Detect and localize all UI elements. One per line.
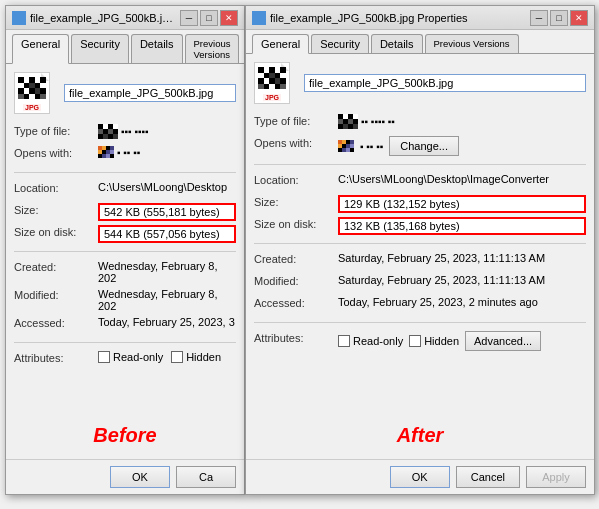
after-modified-row: Modified: Saturday, February 25, 2023, 1…	[254, 274, 586, 292]
before-type-label: Type of file:	[14, 124, 94, 137]
after-size-disk-value: 132 KB (135,168 bytes)	[338, 217, 586, 235]
after-minimize-button[interactable]: ─	[530, 10, 548, 26]
after-hidden-item: Hidden	[409, 335, 459, 347]
after-change-button[interactable]: Change...	[389, 136, 459, 156]
before-modified-row: Modified: Wednesday, February 8, 202	[14, 288, 236, 312]
before-size-disk-value: 544 KB (557,056 bytes)	[98, 225, 236, 243]
before-hidden-checkbox[interactable]	[171, 351, 183, 363]
after-readonly-checkbox[interactable]	[338, 335, 350, 347]
before-size-label: Size:	[14, 203, 94, 216]
after-created-value: Saturday, February 25, 2023, 11:11:13 AM	[338, 252, 586, 264]
before-divider-1	[14, 172, 236, 173]
after-location-value: C:\Users\MLoong\Desktop\ImageConverter	[338, 173, 586, 185]
before-title-controls: ─ □ ✕	[180, 10, 238, 26]
after-created-row: Created: Saturday, February 25, 2023, 11…	[254, 252, 586, 270]
before-accessed-label: Accessed:	[14, 316, 94, 329]
after-file-header: JPG	[254, 62, 586, 104]
before-cancel-button[interactable]: Ca	[176, 466, 236, 488]
before-readonly-item: Read-only	[98, 351, 163, 363]
before-type-row: Type of file: ▪▪▪ ▪▪▪▪	[14, 124, 236, 142]
before-divider-3	[14, 342, 236, 343]
before-attrs-controls: Read-only Hidden	[98, 351, 221, 363]
before-type-value: ▪▪▪ ▪▪▪▪	[98, 124, 149, 139]
before-filename-input[interactable]	[64, 84, 236, 102]
after-accessed-value: Today, February 25, 2023, 2 minutes ago	[338, 296, 586, 308]
after-divider-2	[254, 243, 586, 244]
before-size-value: 542 KB (555,181 bytes)	[98, 203, 236, 221]
before-hidden-item: Hidden	[171, 351, 221, 363]
after-hidden-label: Hidden	[424, 335, 459, 347]
after-advanced-button[interactable]: Advanced...	[465, 331, 541, 351]
before-overlay-label: Before	[14, 424, 236, 447]
after-type-label: Type of file:	[254, 114, 334, 127]
after-tab-bar: General Security Details Previous Versio…	[246, 30, 594, 53]
before-tab-previous-versions[interactable]: Previous Versions	[185, 34, 240, 63]
after-file-icon: JPG	[254, 62, 296, 104]
after-readonly-item: Read-only	[338, 335, 403, 347]
after-modified-label: Modified:	[254, 274, 334, 287]
after-title-text: file_example_JPG_500kB.jpg Properties	[270, 12, 526, 24]
after-location-label: Location:	[254, 173, 334, 186]
after-size-label: Size:	[254, 195, 334, 208]
after-hidden-checkbox[interactable]	[409, 335, 421, 347]
before-title-bar: file_example_JPG_500kB.jpg Properties ─ …	[6, 6, 244, 30]
after-type-value: ▪▪ ▪▪▪▪ ▪▪	[338, 114, 395, 129]
after-accessed-row: Accessed: Today, February 25, 2023, 2 mi…	[254, 296, 586, 314]
before-title-text: file_example_JPG_500kB.jpg Properties	[30, 12, 176, 24]
before-created-value: Wednesday, February 8, 202	[98, 260, 236, 284]
before-location-row: Location: C:\Users\MLoong\Desktop	[14, 181, 236, 199]
after-filename-input[interactable]	[304, 74, 586, 92]
after-attrs-row: Attributes: Read-only Hidden Advanced...	[254, 331, 586, 351]
before-location-label: Location:	[14, 181, 94, 194]
before-hidden-label: Hidden	[186, 351, 221, 363]
before-dialog: file_example_JPG_500kB.jpg Properties ─ …	[5, 5, 245, 495]
before-ok-button[interactable]: OK	[110, 466, 170, 488]
after-size-disk-row: Size on disk: 132 KB (135,168 bytes)	[254, 217, 586, 235]
before-attrs-label: Attributes:	[14, 351, 94, 364]
before-tab-details[interactable]: Details	[131, 34, 183, 63]
after-cancel-button[interactable]: Cancel	[456, 466, 520, 488]
before-attrs-row: Attributes: Read-only Hidden	[14, 351, 236, 369]
before-tab-security[interactable]: Security	[71, 34, 129, 63]
before-readonly-checkbox[interactable]	[98, 351, 110, 363]
before-tab-general[interactable]: General	[12, 34, 69, 64]
before-minimize-button[interactable]: ─	[180, 10, 198, 26]
after-apply-button[interactable]: Apply	[526, 466, 586, 488]
before-modified-label: Modified:	[14, 288, 94, 301]
after-overlay-label: After	[254, 424, 586, 447]
before-maximize-button[interactable]: □	[200, 10, 218, 26]
before-size-disk-row: Size on disk: 544 KB (557,056 bytes)	[14, 225, 236, 243]
before-size-row: Size: 542 KB (555,181 bytes)	[14, 203, 236, 221]
after-tab-previous-versions[interactable]: Previous Versions	[425, 34, 519, 53]
before-file-icon: JPG	[14, 72, 56, 114]
after-ok-button[interactable]: OK	[390, 466, 450, 488]
after-opens-value-row: ▪ ▪▪ ▪▪ Change...	[338, 136, 586, 156]
after-title-bar: file_example_JPG_500kB.jpg Properties ─ …	[246, 6, 594, 30]
after-maximize-button[interactable]: □	[550, 10, 568, 26]
after-opens-row: Opens with: ▪ ▪▪ ▪▪ Change...	[254, 136, 586, 156]
after-size-row: Size: 129 KB (132,152 bytes)	[254, 195, 586, 213]
after-tab-general[interactable]: General	[252, 34, 309, 54]
before-tab-content: JPG Type of file: ▪▪▪ ▪▪▪▪ Opens with:	[6, 63, 244, 459]
before-close-button[interactable]: ✕	[220, 10, 238, 26]
before-divider-2	[14, 251, 236, 252]
after-title-controls: ─ □ ✕	[530, 10, 588, 26]
before-accessed-row: Accessed: Today, February 25, 2023, 3	[14, 316, 236, 334]
before-opens-value: ▪ ▪▪ ▪▪	[98, 146, 140, 158]
after-tab-details[interactable]: Details	[371, 34, 423, 53]
before-type-text: ▪▪▪ ▪▪▪▪	[121, 126, 149, 137]
after-opens-text: ▪ ▪▪ ▪▪	[360, 141, 383, 152]
after-divider-1	[254, 164, 586, 165]
after-tab-security[interactable]: Security	[311, 34, 369, 53]
before-opens-label: Opens with:	[14, 146, 94, 159]
before-button-row: OK Ca	[6, 459, 244, 494]
after-close-button[interactable]: ✕	[570, 10, 588, 26]
before-file-header: JPG	[14, 72, 236, 114]
after-location-row: Location: C:\Users\MLoong\Desktop\ImageC…	[254, 173, 586, 191]
after-readonly-label: Read-only	[353, 335, 403, 347]
after-attrs-label: Attributes:	[254, 331, 334, 344]
before-created-row: Created: Wednesday, February 8, 202	[14, 260, 236, 284]
after-type-row: Type of file: ▪▪ ▪▪▪▪ ▪▪	[254, 114, 586, 132]
before-dialog-icon	[12, 11, 26, 25]
before-opens-text: ▪ ▪▪ ▪▪	[117, 147, 140, 158]
